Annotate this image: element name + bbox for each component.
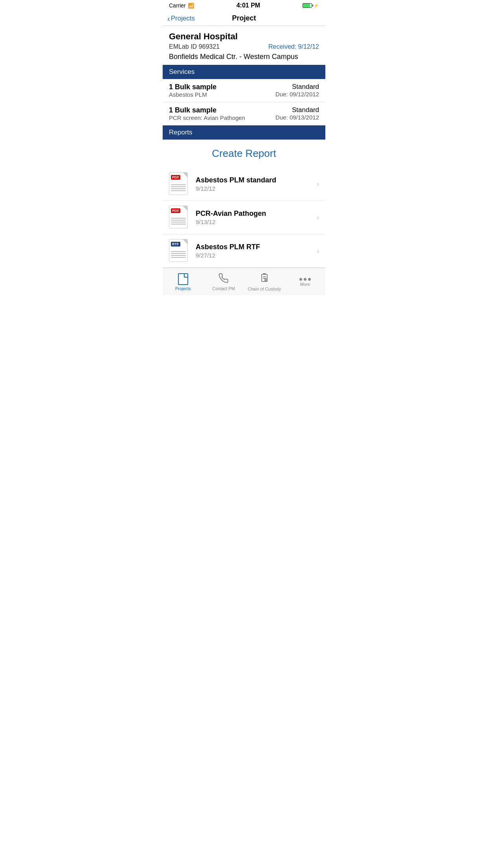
services-label: Services bbox=[169, 68, 194, 75]
status-bar: Carrier 📶 4:01 PM ⚡ bbox=[163, 0, 325, 11]
tab-chain-of-custody[interactable]: Chain of Custody bbox=[244, 270, 285, 294]
doc-icon: RTF bbox=[169, 239, 188, 262]
phone-icon bbox=[218, 273, 229, 285]
report-date: 9/13/12 bbox=[196, 219, 317, 225]
report-chevron-icon: › bbox=[317, 180, 319, 188]
services-header: Services bbox=[163, 65, 325, 79]
tab-contact-pm-label: Contact PM bbox=[213, 286, 235, 291]
report-icon: RTF bbox=[169, 239, 189, 263]
service-item: 1 Bulk sample Asbestos PLM Standard Due:… bbox=[163, 79, 325, 102]
tab-projects-label: Projects bbox=[175, 286, 191, 291]
report-date: 9/12/12 bbox=[196, 185, 317, 192]
carrier-label: Carrier bbox=[169, 2, 186, 9]
report-info: Asbestos PLM RTF 9/27/12 bbox=[196, 243, 317, 259]
doc-icon: PDF bbox=[169, 206, 188, 228]
report-icon: PDF bbox=[169, 172, 189, 196]
report-name: Asbestos PLM RTF bbox=[196, 243, 317, 251]
report-info: Asbestos PLM standard 9/12/12 bbox=[196, 176, 317, 192]
doc-type-badge: PDF bbox=[171, 175, 180, 180]
report-item[interactable]: RTF Asbestos PLM RTF 9/27/12 › bbox=[163, 234, 325, 268]
report-item[interactable]: PDF Asbestos PLM standard 9/12/12 › bbox=[163, 167, 325, 201]
report-chevron-icon: › bbox=[317, 247, 319, 255]
status-bar-right: ⚡ bbox=[303, 3, 319, 8]
service-name: 1 Bulk sample bbox=[169, 106, 245, 114]
report-date: 9/27/12 bbox=[196, 252, 317, 259]
project-meta: EMLab ID 969321 Received: 9/12/12 bbox=[169, 43, 319, 50]
status-bar-left: Carrier 📶 bbox=[169, 2, 194, 9]
doc-lines bbox=[171, 251, 186, 259]
doc-type-badge: PDF bbox=[171, 208, 180, 213]
battery-icon bbox=[303, 3, 312, 8]
project-location: Bonfields Medical Ctr. - Western Campus bbox=[169, 53, 319, 61]
doc-lines bbox=[171, 184, 186, 192]
tab-bar: Projects Contact PM Chain of Custody bbox=[163, 268, 325, 295]
doc-type-badge: RTF bbox=[171, 242, 180, 246]
create-report-button[interactable]: Create Report bbox=[163, 140, 325, 167]
report-icon: PDF bbox=[169, 206, 189, 229]
service-name: 1 Bulk sample bbox=[169, 83, 216, 91]
doc-lines bbox=[171, 218, 186, 226]
projects-tab-icon bbox=[178, 273, 188, 285]
services-list: 1 Bulk sample Asbestos PLM Standard Due:… bbox=[163, 79, 325, 125]
tab-projects[interactable]: Projects bbox=[163, 270, 204, 294]
project-info: General Hospital EMLab ID 969321 Receive… bbox=[163, 26, 325, 65]
tab-contact-pm[interactable]: Contact PM bbox=[204, 270, 244, 294]
service-due: Due: 09/13/2012 bbox=[275, 114, 319, 121]
tab-more-label: More bbox=[300, 282, 310, 287]
service-turnaround: Standard bbox=[275, 106, 319, 114]
main-content: General Hospital EMLab ID 969321 Receive… bbox=[163, 26, 325, 268]
service-right: Standard Due: 09/12/2012 bbox=[275, 83, 319, 98]
back-chevron-icon: ‹ bbox=[167, 15, 170, 22]
clipboard-icon bbox=[259, 273, 270, 285]
emlab-id: EMLab ID 969321 bbox=[169, 43, 220, 50]
service-detail: Asbestos PLM bbox=[169, 91, 216, 98]
back-button[interactable]: ‹ Projects bbox=[167, 15, 195, 22]
doc-icon: PDF bbox=[169, 172, 188, 195]
more-icon bbox=[299, 278, 311, 281]
service-item: 1 Bulk sample PCR screen: Avian Pathogen… bbox=[163, 102, 325, 125]
service-detail: PCR screen: Avian Pathogen bbox=[169, 114, 245, 121]
received-date: Received: 9/12/12 bbox=[268, 43, 319, 50]
report-item[interactable]: PDF PCR-Avian Pathogen 9/13/12 › bbox=[163, 201, 325, 234]
status-bar-time: 4:01 PM bbox=[237, 2, 260, 9]
tab-more[interactable]: More bbox=[285, 270, 326, 294]
report-name: PCR-Avian Pathogen bbox=[196, 210, 317, 218]
report-name: Asbestos PLM standard bbox=[196, 176, 317, 184]
reports-list: PDF Asbestos PLM standard 9/12/12 › PDF bbox=[163, 167, 325, 268]
project-name: General Hospital bbox=[169, 31, 319, 42]
report-chevron-icon: › bbox=[317, 213, 319, 222]
tab-chain-of-custody-label: Chain of Custody bbox=[248, 287, 281, 291]
reports-label: Reports bbox=[169, 129, 193, 136]
service-left: 1 Bulk sample PCR screen: Avian Pathogen bbox=[169, 106, 245, 121]
charging-icon: ⚡ bbox=[314, 3, 319, 8]
service-right: Standard Due: 09/13/2012 bbox=[275, 106, 319, 121]
nav-bar: ‹ Projects Project bbox=[163, 11, 325, 26]
service-due: Due: 09/12/2012 bbox=[275, 91, 319, 97]
service-left: 1 Bulk sample Asbestos PLM bbox=[169, 83, 216, 98]
service-turnaround: Standard bbox=[275, 83, 319, 91]
reports-header: Reports bbox=[163, 125, 325, 140]
back-label: Projects bbox=[171, 15, 195, 22]
report-info: PCR-Avian Pathogen 9/13/12 bbox=[196, 210, 317, 225]
nav-title: Project bbox=[232, 14, 256, 22]
wifi-icon: 📶 bbox=[188, 3, 194, 9]
